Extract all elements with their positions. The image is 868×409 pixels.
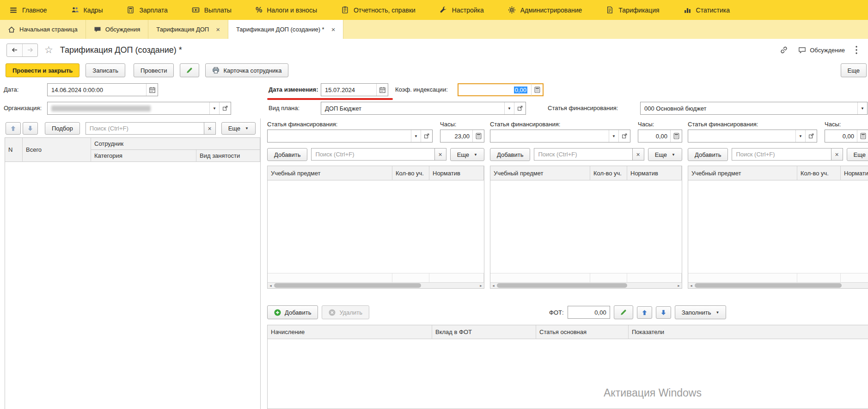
discussion-button[interactable]: Обсуждение: [798, 46, 845, 54]
forward-button[interactable]: [22, 44, 37, 56]
close-icon[interactable]: ×: [216, 26, 220, 33]
menu-item-payments[interactable]: Выплаты: [180, 0, 244, 20]
clear-search-icon[interactable]: ×: [434, 149, 446, 160]
col-header-indicators[interactable]: Показатели: [629, 325, 868, 339]
calculator-icon[interactable]: [531, 84, 543, 96]
open-icon[interactable]: [421, 130, 432, 142]
scrollbar-thumb[interactable]: [497, 283, 627, 288]
open-icon[interactable]: [805, 130, 817, 142]
horizontal-scrollbar[interactable]: ◄ ►: [688, 282, 868, 288]
subjects-table-body[interactable]: [490, 180, 682, 273]
dropdown-icon[interactable]: ▼: [504, 102, 514, 114]
horizontal-scrollbar[interactable]: ◄ ►: [490, 282, 682, 288]
change-date-field[interactable]: 15.07.2024: [321, 83, 388, 96]
calendar-icon[interactable]: [376, 84, 388, 96]
move-down-button[interactable]: [23, 122, 38, 135]
col-header-n[interactable]: N: [5, 138, 23, 162]
finance-article-combo[interactable]: ▼: [490, 130, 630, 143]
employee-card-button[interactable]: Карточка сотрудника: [205, 63, 288, 77]
more-button[interactable]: Еще ▼: [450, 148, 484, 161]
date-field[interactable]: 14.06.2024 0:00:00: [47, 83, 158, 96]
finance-article-combo[interactable]: ▼: [688, 130, 817, 143]
menu-item-salary[interactable]: Зарплата: [115, 0, 179, 20]
search-input[interactable]: [732, 149, 831, 160]
col-header-article[interactable]: Статья основная: [536, 325, 629, 339]
col-header-employment[interactable]: Вид занятости: [196, 150, 260, 162]
col-header-students[interactable]: Кол-во уч.: [392, 166, 429, 180]
link-icon[interactable]: [780, 46, 788, 54]
hours-field[interactable]: 23,00: [440, 130, 484, 143]
open-icon[interactable]: [618, 130, 630, 142]
scroll-right-icon[interactable]: ►: [478, 283, 484, 288]
search-input[interactable]: [312, 149, 434, 160]
menu-item-statistics[interactable]: Статистика: [672, 0, 742, 20]
employees-table-body[interactable]: [5, 162, 260, 409]
scroll-left-icon[interactable]: ◄: [688, 283, 694, 288]
finance-article-field[interactable]: 000 Основной бюджет ▼: [640, 102, 868, 115]
tab-discussions[interactable]: Обсуждения: [86, 20, 149, 39]
post-and-close-button[interactable]: Провести и закрыть: [6, 63, 79, 77]
tab-home[interactable]: Начальная страница: [0, 20, 86, 39]
calculator-icon[interactable]: [857, 130, 868, 142]
hours-field[interactable]: 0,00: [638, 130, 682, 143]
menu-item-taxes[interactable]: % Налоги и взносы: [244, 0, 329, 20]
dropdown-icon[interactable]: ▼: [209, 102, 219, 114]
add-button[interactable]: Добавить: [490, 148, 530, 161]
dropdown-icon[interactable]: ▼: [609, 130, 618, 142]
calculator-icon[interactable]: [670, 130, 682, 142]
add-row-button[interactable]: Добавить: [267, 305, 318, 319]
menu-item-reports[interactable]: Отчетность, справки: [329, 0, 428, 20]
add-button[interactable]: Добавить: [688, 148, 728, 161]
open-icon[interactable]: [514, 102, 526, 114]
subjects-table-body[interactable]: [688, 180, 868, 273]
col-header-accrual[interactable]: Начисление: [268, 325, 432, 339]
menu-item-hr[interactable]: Кадры: [59, 0, 115, 20]
col-header-fot-contrib[interactable]: Вклад в ФОТ: [432, 325, 536, 339]
save-button[interactable]: Записать: [86, 63, 125, 77]
finance-article-combo[interactable]: ▼: [267, 130, 433, 143]
col-header-norm[interactable]: Норматив: [841, 166, 868, 180]
organization-field[interactable]: ▼: [47, 102, 231, 115]
back-button[interactable]: [7, 44, 22, 56]
col-header-total[interactable]: Всего: [23, 138, 91, 162]
employees-more-button[interactable]: Еще ▼: [221, 122, 256, 135]
menu-item-administration[interactable]: Администрирование: [496, 0, 594, 20]
add-button[interactable]: Добавить: [267, 148, 307, 161]
col-header-category[interactable]: Категория: [91, 150, 196, 162]
plan-kind-field[interactable]: ДОП Бюджет ▼: [321, 102, 526, 115]
col-header-students[interactable]: Кол-во уч.: [590, 166, 627, 180]
menu-item-main[interactable]: Главное: [4, 0, 59, 20]
tab-tariff-dop-new[interactable]: Тарификация ДОП (создание) * ×: [228, 20, 343, 39]
fot-field[interactable]: 0,00: [568, 306, 610, 319]
col-header-subject[interactable]: Учебный предмет: [268, 166, 392, 180]
more-button[interactable]: Еще: [847, 148, 868, 161]
hours-field[interactable]: 0,00: [825, 130, 868, 143]
dropdown-icon[interactable]: ▼: [795, 130, 805, 142]
index-coef-field[interactable]: 0,00: [458, 83, 544, 96]
accruals-table-body[interactable]: [268, 339, 868, 409]
form-more-button[interactable]: Еще: [841, 63, 867, 77]
col-header-norm[interactable]: Норматив: [429, 166, 484, 180]
calendar-icon[interactable]: [146, 84, 158, 96]
move-down-button[interactable]: [656, 306, 671, 319]
menu-item-tarification[interactable]: Тарификация: [594, 0, 671, 20]
kebab-menu-icon[interactable]: [855, 45, 858, 55]
edit-pencil-button[interactable]: [614, 305, 633, 319]
dropdown-icon[interactable]: ▼: [857, 102, 867, 114]
tab-tariff-dop[interactable]: Тарификация ДОП ×: [148, 20, 228, 39]
open-icon[interactable]: [219, 102, 231, 114]
clear-search-icon[interactable]: ×: [632, 149, 644, 160]
fill-button[interactable]: Заполнить ▼: [675, 305, 727, 319]
post-button[interactable]: Провести: [134, 63, 174, 77]
delete-row-button[interactable]: Удалить: [322, 305, 369, 319]
scroll-right-icon[interactable]: ►: [676, 283, 682, 288]
scrollbar-thumb[interactable]: [274, 283, 421, 288]
col-header-norm[interactable]: Норматив: [627, 166, 682, 180]
favorite-star-icon[interactable]: ☆: [44, 44, 53, 56]
scroll-left-icon[interactable]: ◄: [268, 283, 274, 288]
horizontal-scrollbar[interactable]: ◄ ►: [268, 282, 484, 288]
pick-button[interactable]: Подбор: [45, 122, 80, 135]
subjects-table-body[interactable]: [268, 180, 484, 273]
move-up-button[interactable]: [637, 306, 652, 319]
move-up-button[interactable]: [6, 122, 21, 135]
